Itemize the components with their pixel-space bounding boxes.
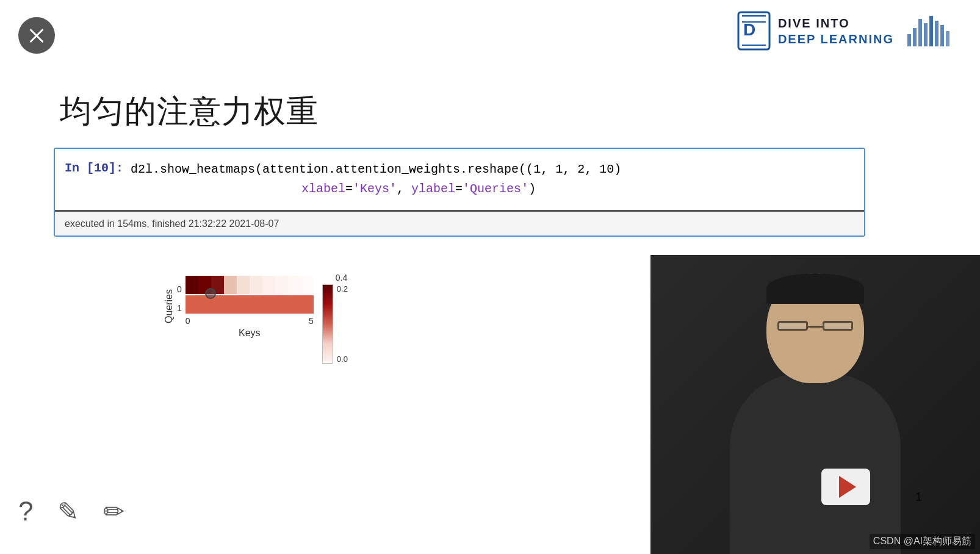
colorbar-top-tick: 0.4 — [336, 273, 347, 282]
csdn-watermark: CSDN @AI架构师易筋 — [870, 534, 975, 549]
queries-axis-label: Queries — [164, 276, 175, 337]
hmap-cell-0-7 — [275, 276, 288, 294]
cell-prompt: In [10]: — [65, 160, 123, 175]
hmap-cell-0-3 — [224, 276, 237, 294]
play-arrow-icon — [839, 476, 856, 498]
x-tick-0: 0 — [186, 316, 190, 326]
colorbar-row: 0.2 0.0 — [322, 284, 348, 364]
pencil-icon[interactable]: ✏ — [103, 497, 124, 527]
play-count: 1 — [915, 490, 922, 504]
code-function-call: d2l.show_heatmaps(attention.attention_we… — [131, 162, 533, 176]
hmap-cell-0-6 — [262, 276, 275, 294]
svg-text:D: D — [743, 20, 755, 39]
brand-dive-into: DIvE InTo — [778, 15, 894, 31]
heatmap-row-1 — [186, 295, 314, 314]
branding-area: D DIvE InTo DEEP LEARNING — [737, 11, 949, 51]
heatmap-grid: 0 5 Keys — [186, 276, 314, 339]
close-button[interactable] — [18, 17, 55, 54]
y-tick-1: 1 — [177, 303, 182, 313]
hmap-cell-0-9 — [301, 276, 314, 294]
hmap-cell-1-8 — [288, 295, 301, 314]
notebook-cell: In [10]: d2l.show_heatmaps(attention.att… — [54, 148, 865, 237]
video-overlay: CSDN @AI架构师易筋 — [650, 255, 980, 554]
hmap-cell-1-4 — [237, 295, 250, 314]
bottom-toolbar: ? ✎ ✏ — [18, 496, 124, 527]
colorbar-tick-02: 0.2 — [337, 284, 348, 293]
cell-input: In [10]: d2l.show_heatmaps(attention.att… — [55, 149, 864, 210]
cell-output-info: executed in 154ms, finished 21:32:22 202… — [55, 212, 864, 236]
person-head — [766, 273, 864, 383]
hmap-cell-1-9 — [301, 295, 314, 314]
x-tick-5: 5 — [309, 316, 314, 326]
hmap-cell-0-8 — [288, 276, 301, 294]
heatmap-row-0 — [186, 276, 314, 294]
hmap-cell-0-0 — [186, 276, 198, 294]
heatmap-area: Queries 0 1 — [164, 276, 348, 364]
x-axis-ticks: 0 5 — [186, 316, 314, 326]
brand-deep-learning: DEEP LEARNING — [778, 31, 894, 47]
colorbar-tick-00: 0.0 — [337, 354, 348, 364]
presenter-video: CSDN @AI架构师易筋 — [650, 255, 980, 554]
hmap-cell-1-3 — [224, 295, 237, 314]
colorbar-tick-labels: 0.2 0.0 — [337, 284, 348, 364]
hmap-cell-1-7 — [275, 295, 288, 314]
colorbar: 0.4 0.2 0.0 — [322, 273, 348, 364]
brand-text-area: DIvE InTo DEEP LEARNING — [778, 15, 894, 47]
y-tick-0: 0 — [177, 284, 182, 294]
person-body — [730, 374, 901, 554]
page-title: 均匀的注意力权重 — [60, 90, 319, 133]
edit-block-icon[interactable]: ✎ — [57, 497, 79, 527]
cell-code: d2l.show_heatmaps(attention.attention_we… — [131, 160, 621, 199]
cursor-indicator — [205, 288, 216, 299]
hmap-cell-0-5 — [250, 276, 262, 294]
colorbar-gradient — [322, 284, 333, 364]
hmap-cell-1-0 — [186, 295, 198, 314]
d2l-logo-icon: D — [737, 11, 771, 51]
hmap-cell-1-6 — [262, 295, 275, 314]
y-axis-ticks: 0 1 — [177, 276, 182, 317]
help-icon[interactable]: ? — [18, 496, 33, 527]
hmap-cell-0-4 — [237, 276, 250, 294]
x-axis-label: Keys — [186, 328, 314, 339]
bar-chart-decoration — [907, 16, 949, 46]
queries-label-text: Queries — [164, 289, 175, 323]
play-button[interactable] — [821, 469, 870, 505]
hmap-cell-1-5 — [250, 295, 262, 314]
